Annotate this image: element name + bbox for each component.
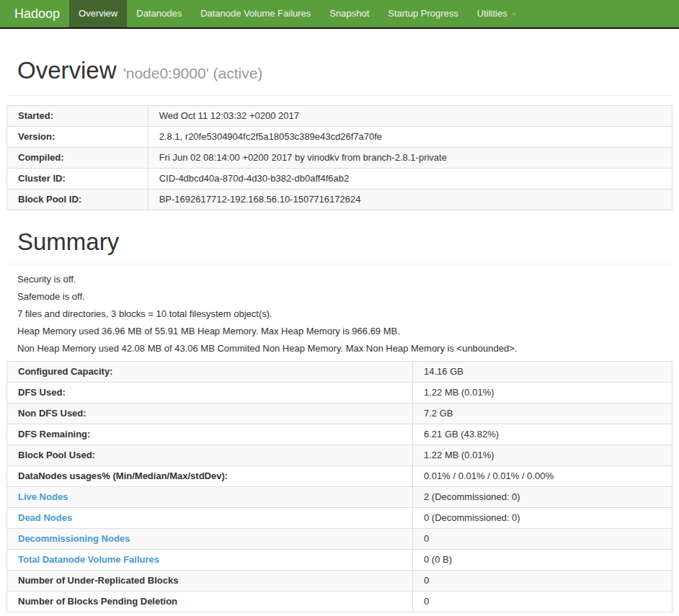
table-row: Cluster ID:CID-4dbcd40a-870d-4d30-b382-d… bbox=[7, 169, 673, 189]
row-label: Version: bbox=[7, 127, 148, 148]
table-row: DFS Remaining:6.21 GB (43.82%) bbox=[7, 424, 673, 445]
table-row: Block Pool ID:BP-1692617712-192.168.56.1… bbox=[7, 189, 673, 210]
table-row: Total Datanode Volume Failures0 (0 B) bbox=[7, 550, 673, 571]
overview-info-table: Started:Wed Oct 11 12:03:32 +0200 2017Ve… bbox=[6, 105, 673, 210]
nav-tab-link[interactable]: Datanode Volume Failures bbox=[191, 0, 320, 27]
nav-tab-datanode-volume-failures: Datanode Volume Failures bbox=[191, 0, 320, 27]
table-row: Number of Under-Replicated Blocks0 bbox=[7, 571, 673, 592]
row-label: Configured Capacity: bbox=[7, 362, 413, 383]
table-row: Compiled:Fri Jun 02 08:14:00 +0200 2017 … bbox=[7, 148, 673, 169]
nav-tab-snapshot: Snapshot bbox=[320, 0, 378, 27]
row-label: Block Pool Used: bbox=[7, 445, 413, 466]
row-label-link[interactable]: Live Nodes bbox=[18, 491, 68, 502]
row-label: Dead Nodes bbox=[7, 508, 413, 529]
row-label: Live Nodes bbox=[7, 487, 413, 508]
nav-tab-link[interactable]: Overview bbox=[69, 0, 127, 27]
table-row: DFS Used:1.22 MB (0.01%) bbox=[7, 383, 673, 403]
summary-paragraph: Safemode is off. bbox=[6, 292, 673, 302]
page-content: Overview 'node0:9000' (active) Started:W… bbox=[0, 58, 679, 612]
nav-tab-startup-progress: Startup Progress bbox=[378, 0, 468, 27]
divider bbox=[6, 95, 673, 96]
row-label: Compiled: bbox=[7, 148, 148, 169]
row-value: 0 bbox=[413, 592, 673, 612]
nav-tab-overview: Overview bbox=[69, 0, 127, 27]
nav-tab-datanodes: Datanodes bbox=[127, 0, 191, 27]
row-value: 2.8.1, r20fe5304904fc2f5a18053c389e43cd2… bbox=[148, 127, 672, 148]
summary-paragraph: Security is off. bbox=[6, 274, 673, 285]
page-subtitle: 'node0:9000' (active) bbox=[123, 65, 263, 81]
summary-text: Security is off.Safemode is off.7 files … bbox=[6, 274, 673, 354]
nav-tab-link[interactable]: Startup Progress bbox=[378, 0, 468, 27]
row-value: Fri Jun 02 08:14:00 +0200 2017 by vinodk… bbox=[148, 148, 672, 169]
divider bbox=[6, 264, 673, 264]
row-label: DFS Used: bbox=[7, 383, 413, 403]
row-label: Non DFS Used: bbox=[7, 403, 413, 424]
table-row: Non DFS Used:7.2 GB bbox=[7, 403, 673, 424]
brand-link[interactable]: Hadoop bbox=[0, 0, 69, 27]
navbar-menu: OverviewDatanodesDatanode Volume Failure… bbox=[69, 0, 526, 27]
row-label: Number of Blocks Pending Deletion bbox=[7, 592, 413, 612]
row-label: DataNodes usages% (Min/Median/Max/stdDev… bbox=[7, 466, 413, 487]
row-label-link[interactable]: Dead Nodes bbox=[18, 512, 72, 523]
summary-table: Configured Capacity:14.16 GBDFS Used:1.2… bbox=[6, 361, 673, 612]
summary-paragraph: 7 files and directories, 3 blocks = 10 t… bbox=[6, 309, 673, 319]
summary-table-body: Configured Capacity:14.16 GBDFS Used:1.2… bbox=[7, 362, 673, 612]
row-value: 1.22 MB (0.01%) bbox=[413, 445, 673, 466]
table-row: DataNodes usages% (Min/Median/Max/stdDev… bbox=[7, 466, 673, 487]
row-value: BP-1692617712-192.168.56.10-150771617262… bbox=[148, 189, 672, 210]
row-value: 2 (Decommissioned: 0) bbox=[413, 487, 673, 508]
table-row: Number of Blocks Pending Deletion0 bbox=[7, 592, 673, 612]
table-row: Dead Nodes0 (Decommissioned: 0) bbox=[7, 508, 673, 529]
row-label: Decommissioning Nodes bbox=[7, 529, 413, 550]
row-label: Started: bbox=[7, 106, 148, 127]
row-label: Block Pool ID: bbox=[7, 189, 148, 210]
table-row: Configured Capacity:14.16 GB bbox=[7, 362, 673, 383]
row-value: 0 bbox=[413, 529, 673, 550]
table-row: Version:2.8.1, r20fe5304904fc2f5a18053c3… bbox=[7, 127, 673, 148]
summary-paragraph: Non Heap Memory used 42.08 MB of 43.06 M… bbox=[6, 344, 673, 354]
row-label: Total Datanode Volume Failures bbox=[7, 550, 413, 571]
row-value: CID-4dbcd40a-870d-4d30-b382-db0aff4f6ab2 bbox=[148, 169, 672, 189]
summary-title: Summary bbox=[6, 229, 673, 255]
overview-info-table-body: Started:Wed Oct 11 12:03:32 +0200 2017Ve… bbox=[7, 106, 673, 210]
nav-tab-link[interactable]: Datanodes bbox=[127, 0, 191, 27]
page-title: Overview 'node0:9000' (active) bbox=[6, 58, 673, 86]
row-value: 6.21 GB (43.82%) bbox=[413, 424, 673, 445]
row-value: 0 (Decommissioned: 0) bbox=[413, 508, 673, 529]
table-row: Decommissioning Nodes0 bbox=[7, 529, 673, 550]
summary-paragraph: Heap Memory used 36.96 MB of 55.91 MB He… bbox=[6, 326, 673, 336]
row-value: 0.01% / 0.01% / 0.01% / 0.00% bbox=[413, 466, 673, 487]
row-value: 14.16 GB bbox=[413, 362, 673, 383]
row-value: 1.22 MB (0.01%) bbox=[413, 383, 673, 403]
row-value: 0 bbox=[413, 571, 673, 592]
row-value: 0 (0 B) bbox=[413, 550, 673, 571]
row-label: Cluster ID: bbox=[7, 169, 148, 189]
nav-tab-link[interactable]: Utilities bbox=[468, 0, 526, 27]
row-label: Number of Under-Replicated Blocks bbox=[7, 571, 413, 592]
table-row: Block Pool Used:1.22 MB (0.01%) bbox=[7, 445, 673, 466]
navbar: Hadoop OverviewDatanodesDatanode Volume … bbox=[0, 0, 679, 29]
page-title-text: Overview bbox=[17, 57, 117, 84]
table-row: Live Nodes2 (Decommissioned: 0) bbox=[7, 487, 673, 508]
nav-tab-utilities: Utilities bbox=[468, 0, 526, 27]
row-label-link[interactable]: Total Datanode Volume Failures bbox=[18, 554, 159, 565]
caret-down-icon bbox=[511, 13, 517, 16]
row-label: DFS Remaining: bbox=[7, 424, 413, 445]
row-value: 7.2 GB bbox=[413, 403, 673, 424]
row-value: Wed Oct 11 12:03:32 +0200 2017 bbox=[148, 106, 672, 127]
nav-tab-link[interactable]: Snapshot bbox=[320, 0, 378, 27]
table-row: Started:Wed Oct 11 12:03:32 +0200 2017 bbox=[7, 106, 673, 127]
row-label-link[interactable]: Decommissioning Nodes bbox=[18, 533, 130, 544]
